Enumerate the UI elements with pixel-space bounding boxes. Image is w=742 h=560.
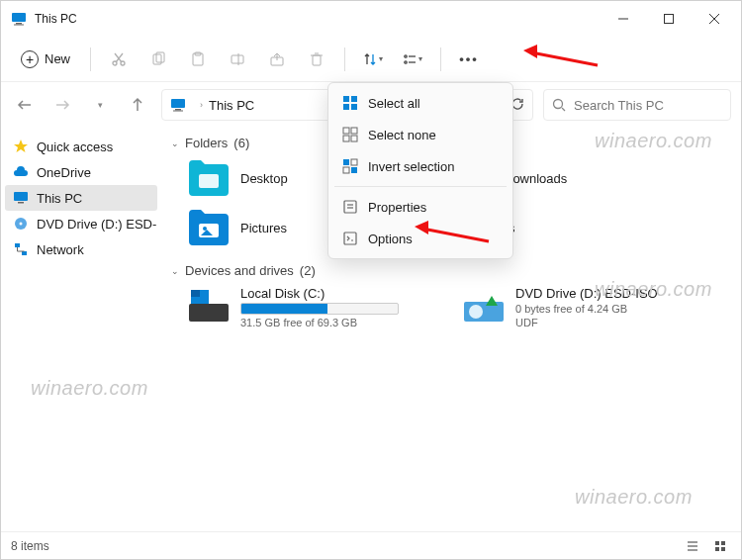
svg-rect-66 [344, 233, 356, 244]
svg-point-33 [20, 223, 23, 226]
sidebar-item-label: DVD Drive (D:) ESD-ISO [37, 217, 157, 232]
drive-icon [187, 286, 231, 326]
view-button[interactable]: ▾ [395, 42, 430, 77]
up-button[interactable] [124, 91, 151, 119]
sidebar-item-network[interactable]: Network [5, 236, 157, 262]
close-button[interactable] [692, 3, 737, 35]
annotation-arrow [415, 217, 494, 246]
title-bar: This PC [1, 1, 741, 37]
sidebar-item-quick-access[interactable]: Quick access [5, 134, 157, 159]
svg-rect-63 [344, 201, 356, 213]
copy-icon[interactable] [140, 42, 176, 77]
minimize-button[interactable] [601, 3, 646, 35]
search-icon [552, 98, 566, 112]
svg-rect-25 [171, 99, 185, 108]
menu-select-none[interactable]: Select none [332, 119, 509, 150]
menu-label: Properties [368, 200, 426, 215]
svg-rect-27 [173, 111, 183, 112]
drive-local-c[interactable]: Local Disk (C:) 31.5 GB free of 69.3 GB [187, 286, 434, 328]
share-icon[interactable] [259, 42, 295, 77]
command-toolbar: + New ▾ ▾ ••• [1, 37, 741, 82]
more-button[interactable]: ••• [451, 42, 487, 77]
delete-icon[interactable] [299, 42, 334, 77]
svg-rect-51 [343, 96, 349, 102]
svg-rect-15 [232, 55, 243, 63]
menu-label: Select all [368, 96, 420, 111]
maximize-button[interactable] [646, 3, 692, 35]
svg-rect-31 [18, 202, 24, 204]
svg-rect-59 [343, 159, 349, 165]
star-icon [13, 139, 29, 154]
this-pc-icon [170, 97, 186, 113]
sidebar-item-onedrive[interactable]: OneDrive [5, 159, 157, 185]
separator [344, 47, 345, 71]
sidebar-item-label: OneDrive [37, 165, 91, 180]
menu-label: Options [368, 232, 413, 246]
thumbnails-view-toggle[interactable] [709, 536, 731, 556]
breadcrumb-location[interactable]: This PC [209, 98, 254, 113]
separator [90, 47, 91, 71]
sort-button[interactable]: ▾ [355, 42, 391, 77]
cut-icon[interactable] [101, 42, 137, 77]
menu-invert-selection[interactable]: Invert selection [332, 150, 509, 182]
new-button-label: New [45, 51, 70, 66]
select-none-icon [342, 127, 358, 142]
monitor-icon [13, 190, 29, 206]
svg-marker-70 [415, 221, 428, 234]
drive-free-text: 31.5 GB free of 69.3 GB [240, 317, 399, 328]
forward-button[interactable] [48, 91, 76, 119]
drive-free-text: 0 bytes free of 4.24 GB [515, 303, 658, 315]
details-view-toggle[interactable] [682, 536, 703, 556]
svg-rect-50 [721, 547, 725, 551]
separator [440, 47, 441, 71]
svg-rect-0 [12, 13, 26, 22]
svg-rect-55 [343, 128, 349, 134]
window-controls [601, 3, 737, 35]
chevron-down-icon: ⌄ [171, 266, 179, 276]
section-count: (6) [233, 136, 249, 150]
sidebar-item-label: Quick access [37, 140, 113, 154]
sidebar-item-this-pc[interactable]: This PC [5, 185, 157, 211]
section-label: Devices and drives [185, 263, 294, 278]
menu-select-all[interactable]: Select all [332, 87, 509, 119]
drive-usage-bar [240, 303, 399, 315]
new-button[interactable]: + New [11, 47, 80, 72]
svg-rect-4 [665, 15, 674, 24]
svg-rect-57 [343, 136, 349, 141]
svg-rect-53 [343, 104, 349, 110]
svg-rect-35 [22, 251, 27, 255]
annotation-arrow [523, 41, 603, 70]
svg-rect-49 [715, 547, 719, 551]
svg-rect-61 [343, 167, 349, 173]
window-title: This PC [35, 12, 601, 26]
svg-rect-48 [721, 541, 725, 545]
select-all-icon [342, 95, 358, 111]
section-count: (2) [300, 263, 316, 278]
chevron-down-icon: ⌄ [171, 139, 179, 148]
section-header-drives[interactable]: ⌄ Devices and drives (2) [171, 263, 731, 278]
svg-rect-60 [351, 159, 357, 165]
search-box[interactable]: Search This PC [543, 89, 731, 121]
status-bar: 8 items [1, 531, 741, 559]
svg-rect-47 [715, 541, 719, 545]
drive-dvd-d[interactable]: DVD Drive (D:) ESD-ISO 0 bytes free of 4… [462, 286, 709, 328]
folder-label: Desktop [240, 171, 288, 186]
svg-rect-52 [351, 96, 357, 102]
drive-label: Local Disk (C:) [240, 286, 399, 301]
invert-selection-icon [342, 158, 358, 174]
svg-rect-26 [175, 109, 181, 111]
svg-rect-56 [351, 128, 357, 134]
drives-grid: Local Disk (C:) 31.5 GB free of 69.3 GB … [187, 286, 731, 328]
paste-icon[interactable] [180, 42, 216, 77]
sidebar-item-dvd-drive[interactable]: DVD Drive (D:) ESD-ISO [5, 211, 157, 236]
recent-dropdown[interactable]: ▾ [86, 91, 114, 119]
navigation-pane: Quick access OneDrive This PC DVD Drive … [1, 128, 161, 531]
section-label: Folders [185, 136, 228, 150]
svg-line-67 [531, 52, 598, 65]
chevron-right-icon[interactable]: › [200, 100, 203, 110]
back-button[interactable] [11, 91, 39, 119]
this-pc-icon [11, 11, 27, 27]
svg-line-69 [422, 229, 489, 241]
rename-icon[interactable] [220, 42, 255, 77]
folder-label: Pictures [240, 221, 287, 235]
